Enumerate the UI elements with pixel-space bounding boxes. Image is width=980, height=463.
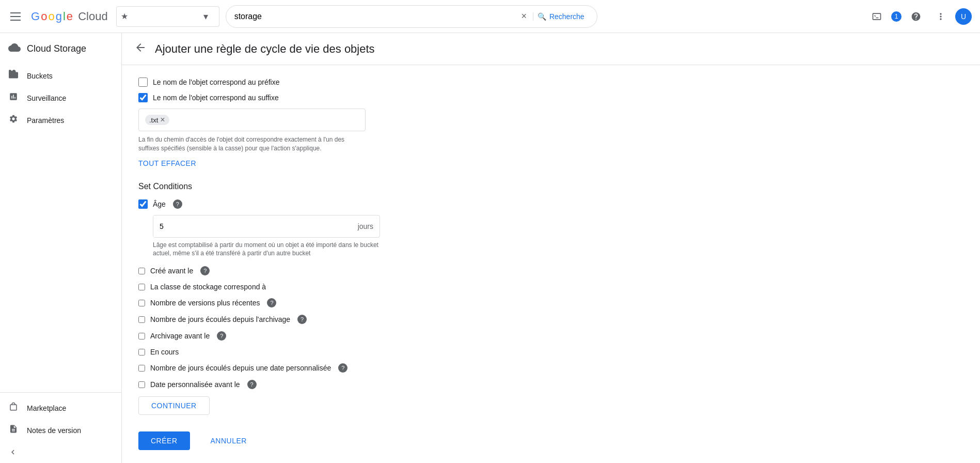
condition-label-date_perso_avant: Date personnalisée avant le	[150, 380, 240, 389]
condition-label-en_cours: En cours	[150, 348, 179, 356]
sidebar-item-marketplace[interactable]: Marketplace	[0, 397, 117, 419]
sidebar-item-surveillance[interactable]: Surveillance	[0, 87, 117, 109]
parametres-icon	[8, 114, 19, 126]
condition-help-icon-cree_avant[interactable]: ?	[200, 266, 210, 275]
sidebar-collapse-btn[interactable]	[0, 441, 121, 463]
suffix-checkbox[interactable]	[138, 93, 148, 102]
suffix-checkbox-row: Le nom de l'objet correspond au suffixe	[138, 93, 963, 102]
condition-checkbox-nb_versions[interactable]	[138, 300, 145, 306]
topbar-right: 1 U	[866, 6, 972, 27]
sidebar-label-parametres: Paramètres	[27, 116, 64, 125]
condition-checkbox-date_perso_avant[interactable]	[138, 381, 145, 388]
terminal-icon-btn[interactable]	[866, 6, 887, 27]
tag-chip-value: .txt	[149, 116, 158, 124]
clear-all-button[interactable]: TOUT EFFACER	[138, 157, 196, 169]
condition-row-nb_jours_date_perso: Nombre de jours écoulés depuis une date …	[138, 363, 963, 373]
condition-checkbox-en_cours[interactable]	[138, 349, 145, 356]
more-options-icon-btn[interactable]	[930, 6, 951, 27]
cloud-storage-icon	[8, 41, 21, 56]
condition-row-date_perso_avant: Date personnalisée avant le?	[138, 380, 963, 389]
condition-row-en_cours: En cours	[138, 348, 963, 356]
condition-checkbox-cree_avant[interactable]	[138, 268, 145, 274]
sidebar-item-buckets[interactable]: Buckets	[0, 65, 117, 87]
hamburger-menu[interactable]	[8, 10, 23, 23]
prefix-checkbox-label: Le nom de l'objet correspond au préfixe	[153, 78, 280, 86]
condition-help-icon-nb_jours_archivage[interactable]: ?	[297, 315, 307, 324]
age-help-icon[interactable]: ?	[173, 199, 182, 209]
sidebar-title: Cloud Storage	[27, 43, 86, 54]
condition-row-nb_jours_archivage: Nombre de jours écoulés depuis l'archiva…	[138, 315, 963, 324]
main-layout: Cloud Storage Buckets Surveillance Param…	[0, 33, 980, 463]
search-input[interactable]	[234, 12, 517, 21]
sidebar-label-marketplace: Marketplace	[27, 404, 66, 412]
project-input[interactable]	[132, 12, 199, 21]
condition-checkbox-classe_stockage[interactable]	[138, 284, 145, 290]
page-title: Ajouter une règle de cycle de vie des ob…	[155, 42, 375, 56]
page-header: Ajouter une règle de cycle de vie des ob…	[122, 33, 980, 65]
sidebar-label-surveillance: Surveillance	[27, 94, 66, 102]
condition-help-icon-nb_versions[interactable]: ?	[267, 298, 276, 307]
prefix-checkbox-row: Le nom de l'objet correspond au préfixe	[138, 78, 963, 87]
create-button[interactable]: CRÉER	[138, 431, 190, 450]
tag-input-container[interactable]: .txt ×	[138, 109, 366, 131]
notification-badge[interactable]: 1	[891, 11, 902, 22]
back-button[interactable]	[134, 41, 147, 56]
condition-help-icon-date_perso_avant[interactable]: ?	[247, 380, 257, 389]
age-helper-text: Lâge est comptabilisé à partir du moment…	[153, 241, 380, 258]
avatar[interactable]: U	[955, 8, 972, 25]
condition-help-icon-nb_jours_date_perso[interactable]: ?	[338, 363, 347, 373]
age-input[interactable]	[153, 215, 352, 237]
condition-row-cree_avant: Créé avant le?	[138, 266, 963, 275]
age-checkbox-row: Âge ?	[138, 199, 963, 209]
marketplace-icon	[8, 402, 19, 414]
cancel-button[interactable]: ANNULER	[198, 431, 259, 450]
condition-checkbox-archivage_avant[interactable]	[138, 333, 145, 339]
tag-chip-txt: .txt ×	[145, 115, 169, 125]
continue-button[interactable]: CONTINUER	[138, 396, 210, 415]
help-icon-btn[interactable]	[906, 6, 926, 27]
condition-label-nb_jours_date_perso: Nombre de jours écoulés depuis une date …	[150, 364, 331, 372]
notes-icon	[8, 424, 19, 436]
topbar: Google Cloud ★ ▾ × 🔍 Recherche 1 U	[0, 0, 980, 33]
condition-row-archivage_avant: Archivage avant le?	[138, 331, 963, 341]
condition-row-nb_versions: Nombre de versions plus récentes?	[138, 298, 963, 307]
sidebar-item-notes[interactable]: Notes de version	[0, 419, 117, 441]
content-area: Ajouter une règle de cycle de vie des ob…	[122, 33, 980, 463]
search-button[interactable]: 🔍 Recherche	[533, 12, 589, 21]
age-checkbox-label: Âge	[153, 200, 166, 208]
sidebar-label-buckets: Buckets	[27, 72, 53, 80]
condition-label-archivage_avant: Archivage avant le	[150, 332, 210, 340]
action-buttons: CRÉER ANNULER	[138, 419, 963, 462]
project-selector[interactable]: ★ ▾	[116, 6, 219, 27]
surveillance-icon	[8, 92, 19, 104]
condition-label-cree_avant: Créé avant le	[150, 267, 193, 275]
sidebar-item-parametres[interactable]: Paramètres	[0, 109, 117, 131]
search-bar: × 🔍 Recherche	[226, 5, 597, 28]
age-input-container: jours	[153, 215, 380, 238]
google-logo: Google Cloud	[31, 10, 108, 23]
set-conditions-title: Set Conditions	[138, 182, 963, 191]
condition-checkbox-nb_jours_archivage[interactable]	[138, 316, 145, 323]
age-unit-label: jours	[352, 222, 380, 230]
condition-help-icon-archivage_avant[interactable]: ?	[217, 331, 226, 341]
sidebar-divider	[0, 392, 121, 393]
condition-label-classe_stockage: La classe de stockage correspond à	[150, 283, 266, 291]
sidebar-header: Cloud Storage	[0, 33, 121, 65]
search-icon: 🔍	[538, 12, 546, 21]
conditions-list: Créé avant le?La classe de stockage corr…	[138, 266, 963, 389]
suffix-checkbox-label: Le nom de l'objet correspond au suffixe	[153, 94, 279, 102]
prefix-checkbox[interactable]	[138, 78, 148, 87]
sidebar-spacer	[0, 131, 121, 388]
topbar-left: Google Cloud ★ ▾	[8, 6, 219, 27]
condition-label-nb_jours_archivage: Nombre de jours écoulés depuis l'archiva…	[150, 315, 290, 323]
sidebar: Cloud Storage Buckets Surveillance Param…	[0, 33, 122, 463]
suffix-helper-text: La fin du chemin d'accès de l'objet doit…	[138, 135, 366, 153]
tag-chip-close-icon[interactable]: ×	[160, 116, 165, 124]
form-area: Le nom de l'objet correspond au préfixe …	[122, 65, 980, 463]
search-clear-icon[interactable]: ×	[521, 11, 527, 22]
condition-row-classe_stockage: La classe de stockage correspond à	[138, 283, 963, 291]
sidebar-label-notes: Notes de version	[27, 426, 81, 435]
condition-label-nb_versions: Nombre de versions plus récentes	[150, 299, 260, 307]
age-checkbox[interactable]	[138, 199, 148, 209]
condition-checkbox-nb_jours_date_perso[interactable]	[138, 365, 145, 372]
